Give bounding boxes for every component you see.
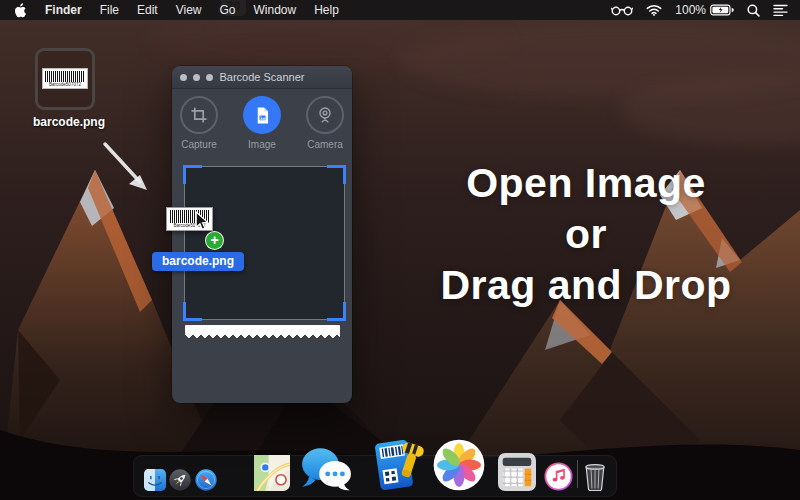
- window-titlebar[interactable]: Barcode Scanner: [172, 66, 352, 89]
- crop-capture-icon: [189, 105, 209, 125]
- dock-divider: [577, 460, 578, 488]
- desktop-file-barcode-png[interactable]: Barcode507072 barcode.png: [33, 48, 97, 129]
- maps-icon: [254, 455, 290, 491]
- viewfinder-corner-icon: [183, 302, 202, 321]
- dragged-filename-pill: barcode.png: [152, 252, 244, 271]
- promo-line-1: Open Image: [370, 158, 800, 209]
- barcode-bars: [45, 71, 85, 82]
- zoom-button[interactable]: [206, 74, 213, 81]
- calculator-icon: [498, 453, 536, 491]
- webcam-icon: [315, 105, 335, 125]
- spotlight-search-icon[interactable]: [747, 4, 760, 17]
- promo-line-3: Drag and Drop: [370, 260, 800, 311]
- desktop-file-label: barcode.png: [33, 115, 97, 129]
- dock-item-trash[interactable]: [583, 463, 607, 491]
- dock-item-barcode-scanner[interactable]: [370, 437, 428, 491]
- safari-icon: [195, 469, 217, 491]
- dock-item-safari[interactable]: [195, 469, 217, 491]
- drag-direction-arrow: [98, 138, 160, 202]
- tab-camera[interactable]: Camera: [303, 96, 347, 150]
- menu-item-window[interactable]: Window: [245, 0, 306, 20]
- menu-item-go[interactable]: Go: [211, 0, 245, 20]
- menu-item-edit[interactable]: Edit: [128, 0, 167, 20]
- viewfinder-corner-icon: [327, 165, 346, 184]
- close-button[interactable]: [180, 74, 187, 81]
- trash-icon: [583, 463, 607, 491]
- barcode-image-thumbnail: Barcode507072: [35, 48, 95, 110]
- drag-copy-plus-badge: +: [205, 231, 224, 250]
- apple-menu[interactable]: [0, 3, 36, 18]
- promo-caption: Open Image or Drag and Drop: [370, 158, 800, 311]
- promo-line-2: or: [370, 209, 800, 260]
- tab-capture[interactable]: Capture: [177, 96, 221, 150]
- scan-result-receipt: [185, 325, 340, 334]
- tab-camera-label: Camera: [303, 139, 347, 150]
- tab-image[interactable]: Image: [240, 96, 284, 150]
- barcode-scanner-app-icon: [370, 437, 428, 491]
- viewfinder-corner-icon: [327, 302, 346, 321]
- wifi-icon[interactable]: [646, 4, 662, 16]
- dock-item-calculator[interactable]: [498, 453, 536, 491]
- launchpad-icon: [169, 469, 191, 491]
- tab-image-label: Image: [240, 139, 284, 150]
- dock-item-photos[interactable]: [433, 439, 485, 491]
- dock-item-messages[interactable]: [302, 447, 351, 491]
- battery-percent: 100%: [675, 3, 706, 17]
- menu-item-help[interactable]: Help: [305, 0, 348, 20]
- dock-item-itunes[interactable]: [544, 462, 573, 491]
- dock-item-finder[interactable]: [144, 469, 166, 491]
- menu-item-view[interactable]: View: [167, 0, 211, 20]
- glasses-icon[interactable]: [611, 5, 633, 16]
- dock-item-maps[interactable]: [254, 455, 290, 491]
- menu-bar: Finder File Edit View Go Window Help 100…: [0, 0, 800, 20]
- mouse-cursor-icon: [195, 211, 210, 232]
- messages-icon: [302, 447, 351, 491]
- barcode-scanner-window: Barcode Scanner Capture Image: [172, 66, 352, 403]
- barcode-sticker: Barcode507072: [42, 68, 88, 89]
- notification-center-icon[interactable]: [773, 4, 788, 16]
- menu-item-file[interactable]: File: [91, 0, 128, 20]
- tab-capture-label: Capture: [177, 139, 221, 150]
- barcode-code-text: Barcode507072: [43, 82, 87, 87]
- apple-icon: [14, 3, 26, 18]
- itunes-icon: [544, 462, 573, 491]
- photos-icon: [433, 439, 485, 491]
- image-file-icon: [253, 106, 272, 125]
- viewfinder-corner-icon: [183, 165, 202, 184]
- mode-tabs: Capture Image Camera: [172, 96, 352, 150]
- minimize-button[interactable]: [193, 74, 200, 81]
- menu-item-finder[interactable]: Finder: [36, 0, 91, 20]
- battery-icon[interactable]: [710, 4, 734, 16]
- finder-icon: [144, 469, 166, 491]
- dock-item-launchpad[interactable]: [169, 469, 191, 491]
